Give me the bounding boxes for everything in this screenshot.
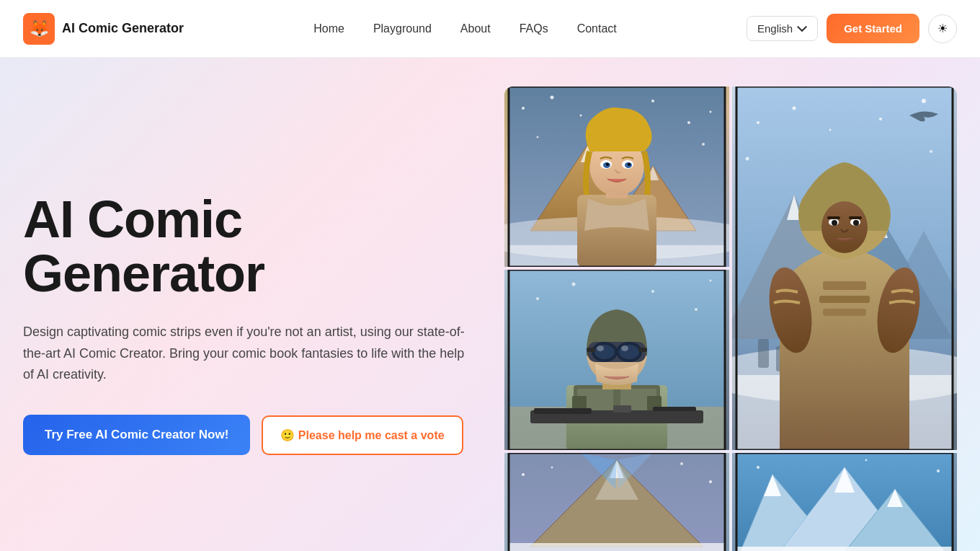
hero-title: AI Comic Generator [23,193,476,301]
nav-playground[interactable]: Playground [373,22,432,35]
nav-links: Home Playground About FAQs Contact [313,22,617,35]
svg-point-79 [536,297,539,300]
vote-emoji: 🙂 [280,429,295,441]
svg-point-39 [853,220,859,226]
panel-1-illustration [504,87,729,267]
theme-toggle-button[interactable]: ☀ [928,14,957,43]
svg-point-50 [922,99,926,103]
svg-rect-64 [534,408,592,414]
svg-point-104 [937,470,940,472]
navbar: 🦊 AI Comic Generator Home Playground Abo… [0,0,980,58]
panel-5-illustration [732,453,957,551]
svg-rect-78 [638,348,647,352]
svg-rect-65 [653,407,696,411]
svg-point-91 [709,480,712,483]
svg-point-17 [551,96,554,100]
svg-point-51 [930,150,932,153]
svg-rect-44 [823,309,866,316]
hero-section: AI Comic Generator Design captivating co… [0,58,980,551]
svg-point-21 [710,111,712,113]
svg-point-19 [651,100,654,102]
panel-4-illustration [504,453,729,551]
svg-point-90 [522,473,525,476]
svg-point-48 [793,107,796,110]
svg-rect-66 [613,405,631,413]
svg-point-14 [606,163,609,166]
svg-point-18 [580,115,582,117]
nav-right: English Get Started ☀ [747,14,957,43]
svg-point-53 [829,129,832,131]
sun-icon: ☀ [937,22,948,35]
svg-point-20 [687,121,690,124]
svg-point-93 [680,462,683,465]
svg-point-47 [757,121,760,124]
comic-panel-3 [504,270,729,450]
comic-panel-5 [732,453,957,551]
svg-point-35 [821,201,868,253]
hero-description: Design captivating comic strips even if … [23,322,470,386]
svg-point-81 [651,290,654,293]
svg-point-23 [702,143,705,146]
svg-rect-77 [587,348,595,352]
nav-contact[interactable]: Contact [577,22,617,35]
svg-point-22 [537,136,539,138]
comic-panel-1 [504,87,729,267]
language-selector[interactable]: English [747,16,818,41]
language-label: English [757,22,793,35]
hero-buttons: Try Free AI Comic Creator Now! 🙂 Please … [23,415,476,455]
nav-about[interactable]: About [460,22,491,35]
svg-rect-43 [819,296,870,303]
logo-icon: 🦊 [23,13,55,45]
vote-button[interactable]: 🙂 Please help me cast a vote [262,415,463,455]
panel-3-illustration [504,270,729,450]
svg-point-16 [522,107,525,110]
get-started-button[interactable]: Get Started [827,14,919,43]
svg-point-82 [695,308,698,311]
svg-rect-40 [827,216,840,219]
svg-rect-42 [823,281,866,290]
nav-faqs[interactable]: FAQs [520,22,548,35]
logo-text: AI Comic Generator [62,21,184,36]
svg-rect-33 [758,339,769,368]
svg-rect-41 [849,216,862,219]
comic-panel-4 [504,453,729,551]
svg-point-105 [865,459,868,462]
svg-point-75 [597,345,604,351]
nav-home[interactable]: Home [313,22,344,35]
svg-point-103 [757,466,760,469]
comic-panels-grid [504,87,957,551]
chevron-down-icon [797,24,807,34]
svg-point-83 [710,280,712,282]
try-free-button[interactable]: Try Free AI Comic Creator Now! [23,415,250,455]
svg-point-15 [628,163,631,166]
svg-point-80 [572,283,576,286]
svg-point-92 [551,467,553,469]
hero-content: AI Comic Generator Design captivating co… [23,193,476,455]
svg-rect-89 [509,543,725,551]
vote-text: Please help me cast a vote [298,429,445,441]
svg-point-76 [621,345,628,351]
logo[interactable]: 🦊 AI Comic Generator [23,13,184,45]
svg-point-52 [746,157,749,161]
svg-rect-102 [736,547,953,551]
svg-point-49 [879,118,882,120]
panel-2-illustration [732,87,957,450]
svg-point-38 [832,220,837,226]
comic-panel-2 [732,87,957,450]
